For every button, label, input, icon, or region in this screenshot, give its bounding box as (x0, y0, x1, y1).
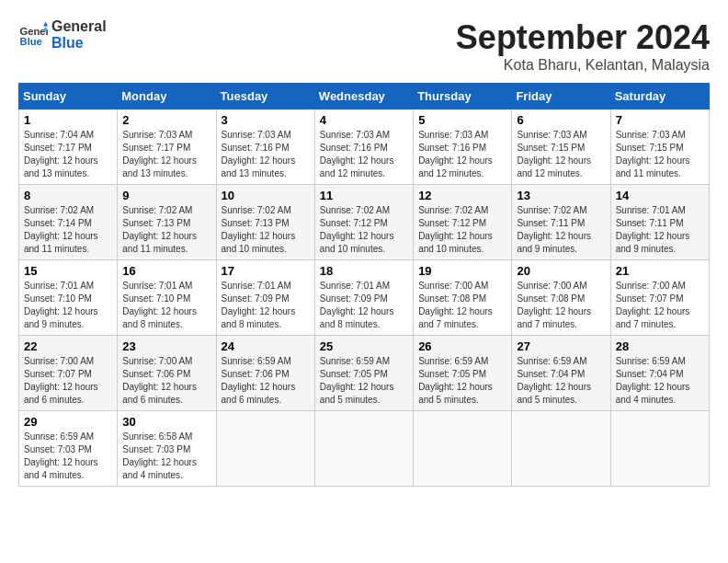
day-number: 9 (122, 189, 210, 202)
day-number: 6 (517, 113, 605, 127)
day-detail: Sunrise: 6:59 AMSunset: 7:03 PMDaylight:… (24, 431, 112, 482)
day-number: 3 (222, 113, 310, 127)
day-number: 4 (320, 113, 408, 127)
calendar-cell-25: 25Sunrise: 6:59 AMSunset: 7:05 PMDayligh… (314, 336, 413, 411)
day-number: 20 (517, 264, 605, 278)
calendar-cell-12: 12Sunrise: 7:02 AMSunset: 7:12 PMDayligh… (414, 185, 512, 260)
day-number: 15 (24, 264, 112, 278)
calendar-cell-5: 5Sunrise: 7:03 AMSunset: 7:16 PMDaylight… (414, 109, 512, 185)
day-number: 7 (616, 113, 704, 127)
weekday-header-row: SundayMondayTuesdayWednesdayThursdayFrid… (19, 84, 710, 109)
calendar-cell-empty (216, 411, 314, 487)
day-number: 12 (418, 189, 506, 202)
day-number: 13 (517, 189, 605, 202)
calendar-cell-21: 21Sunrise: 7:00 AMSunset: 7:07 PMDayligh… (610, 260, 709, 336)
day-number: 10 (222, 189, 310, 202)
calendar-cell-8: 8Sunrise: 7:02 AMSunset: 7:14 PMDaylight… (19, 185, 118, 260)
svg-text:Blue: Blue (20, 36, 42, 47)
calendar-cell-3: 3Sunrise: 7:03 AMSunset: 7:16 PMDaylight… (216, 109, 314, 185)
calendar-cell-9: 9Sunrise: 7:02 AMSunset: 7:13 PMDaylight… (118, 185, 216, 260)
weekday-saturday: Saturday (610, 84, 709, 109)
day-number: 23 (122, 339, 210, 353)
weekday-thursday: Thursday (414, 84, 512, 109)
day-detail: Sunrise: 7:04 AMSunset: 7:17 PMDaylight:… (24, 129, 112, 180)
day-detail: Sunrise: 7:01 AMSunset: 7:10 PMDaylight:… (122, 280, 210, 331)
day-number: 21 (616, 264, 704, 278)
calendar-week-2: 15Sunrise: 7:01 AMSunset: 7:10 PMDayligh… (19, 260, 710, 336)
day-number: 18 (320, 264, 408, 278)
day-number: 22 (24, 339, 112, 353)
calendar-cell-2: 2Sunrise: 7:03 AMSunset: 7:17 PMDaylight… (118, 109, 216, 185)
day-detail: Sunrise: 7:03 AMSunset: 7:16 PMDaylight:… (418, 129, 506, 180)
day-number: 2 (122, 113, 210, 127)
title-block: September 2024 Kota Bharu, Kelantan, Mal… (456, 18, 710, 74)
calendar-cell-7: 7Sunrise: 7:03 AMSunset: 7:15 PMDaylight… (610, 109, 709, 185)
calendar-cell-1: 1Sunrise: 7:04 AMSunset: 7:17 PMDaylight… (19, 109, 118, 185)
calendar-cell-30: 30Sunrise: 6:58 AMSunset: 7:03 PMDayligh… (118, 411, 216, 487)
logo-icon: General Blue (18, 20, 48, 50)
calendar-cell-11: 11Sunrise: 7:02 AMSunset: 7:12 PMDayligh… (314, 185, 413, 260)
day-detail: Sunrise: 7:03 AMSunset: 7:16 PMDaylight:… (320, 129, 408, 180)
logo-general: General (51, 18, 107, 35)
calendar-cell-4: 4Sunrise: 7:03 AMSunset: 7:16 PMDaylight… (314, 109, 413, 185)
calendar-cell-26: 26Sunrise: 6:59 AMSunset: 7:05 PMDayligh… (414, 336, 512, 411)
calendar-cell-empty (314, 411, 413, 487)
day-detail: Sunrise: 6:59 AMSunset: 7:05 PMDaylight:… (320, 355, 408, 407)
day-detail: Sunrise: 7:00 AMSunset: 7:07 PMDaylight:… (24, 355, 112, 407)
day-detail: Sunrise: 7:02 AMSunset: 7:13 PMDaylight:… (222, 204, 310, 256)
location-subtitle: Kota Bharu, Kelantan, Malaysia (456, 57, 710, 74)
day-number: 17 (222, 264, 310, 278)
day-detail: Sunrise: 7:01 AMSunset: 7:09 PMDaylight:… (222, 280, 310, 331)
day-number: 24 (222, 339, 310, 353)
calendar-cell-14: 14Sunrise: 7:01 AMSunset: 7:11 PMDayligh… (610, 185, 709, 260)
calendar-cell-28: 28Sunrise: 6:59 AMSunset: 7:04 PMDayligh… (610, 336, 709, 411)
calendar-cell-24: 24Sunrise: 6:59 AMSunset: 7:06 PMDayligh… (216, 336, 314, 411)
calendar-cell-29: 29Sunrise: 6:59 AMSunset: 7:03 PMDayligh… (19, 411, 118, 487)
day-detail: Sunrise: 6:59 AMSunset: 7:04 PMDaylight:… (517, 355, 605, 407)
day-number: 26 (418, 339, 506, 353)
calendar-cell-15: 15Sunrise: 7:01 AMSunset: 7:10 PMDayligh… (19, 260, 118, 336)
calendar-cell-16: 16Sunrise: 7:01 AMSunset: 7:10 PMDayligh… (118, 260, 216, 336)
calendar-cell-27: 27Sunrise: 6:59 AMSunset: 7:04 PMDayligh… (512, 336, 610, 411)
svg-marker-2 (43, 22, 48, 27)
day-detail: Sunrise: 6:58 AMSunset: 7:03 PMDaylight:… (122, 431, 210, 482)
weekday-sunday: Sunday (19, 84, 118, 109)
day-detail: Sunrise: 7:01 AMSunset: 7:10 PMDaylight:… (24, 280, 112, 331)
logo: General Blue General Blue (18, 18, 107, 52)
calendar-cell-10: 10Sunrise: 7:02 AMSunset: 7:13 PMDayligh… (216, 185, 314, 260)
day-detail: Sunrise: 7:00 AMSunset: 7:06 PMDaylight:… (122, 355, 210, 407)
calendar-cell-13: 13Sunrise: 7:02 AMSunset: 7:11 PMDayligh… (512, 185, 610, 260)
day-detail: Sunrise: 7:02 AMSunset: 7:11 PMDaylight:… (517, 204, 605, 256)
calendar-week-1: 8Sunrise: 7:02 AMSunset: 7:14 PMDaylight… (19, 185, 710, 260)
day-detail: Sunrise: 7:02 AMSunset: 7:14 PMDaylight:… (24, 204, 112, 256)
day-number: 11 (320, 189, 408, 202)
calendar-cell-19: 19Sunrise: 7:00 AMSunset: 7:08 PMDayligh… (414, 260, 512, 336)
day-number: 19 (418, 264, 506, 278)
calendar-cell-18: 18Sunrise: 7:01 AMSunset: 7:09 PMDayligh… (314, 260, 413, 336)
calendar-cell-empty (512, 411, 610, 487)
calendar-cell-23: 23Sunrise: 7:00 AMSunset: 7:06 PMDayligh… (118, 336, 216, 411)
calendar-cell-20: 20Sunrise: 7:00 AMSunset: 7:08 PMDayligh… (512, 260, 610, 336)
day-number: 1 (24, 113, 112, 127)
weekday-friday: Friday (512, 84, 610, 109)
weekday-wednesday: Wednesday (314, 84, 413, 109)
weekday-monday: Monday (118, 84, 216, 109)
day-number: 29 (24, 415, 112, 429)
day-detail: Sunrise: 7:00 AMSunset: 7:08 PMDaylight:… (517, 280, 605, 331)
day-number: 25 (320, 339, 408, 353)
calendar-week-3: 22Sunrise: 7:00 AMSunset: 7:07 PMDayligh… (19, 336, 710, 411)
day-number: 5 (418, 113, 506, 127)
header: General Blue General Blue September 2024… (18, 18, 710, 74)
calendar-cell-empty (610, 411, 709, 487)
calendar-cell-6: 6Sunrise: 7:03 AMSunset: 7:15 PMDaylight… (512, 109, 610, 185)
day-number: 8 (24, 189, 112, 202)
calendar-week-0: 1Sunrise: 7:04 AMSunset: 7:17 PMDaylight… (19, 109, 710, 185)
day-number: 27 (517, 339, 605, 353)
day-number: 28 (616, 339, 704, 353)
logo-blue: Blue (51, 35, 107, 52)
day-detail: Sunrise: 7:03 AMSunset: 7:15 PMDaylight:… (517, 129, 605, 180)
day-detail: Sunrise: 7:02 AMSunset: 7:12 PMDaylight:… (418, 204, 506, 256)
day-detail: Sunrise: 7:02 AMSunset: 7:13 PMDaylight:… (122, 204, 210, 256)
month-title: September 2024 (456, 18, 710, 57)
calendar-table: SundayMondayTuesdayWednesdayThursdayFrid… (18, 83, 710, 487)
